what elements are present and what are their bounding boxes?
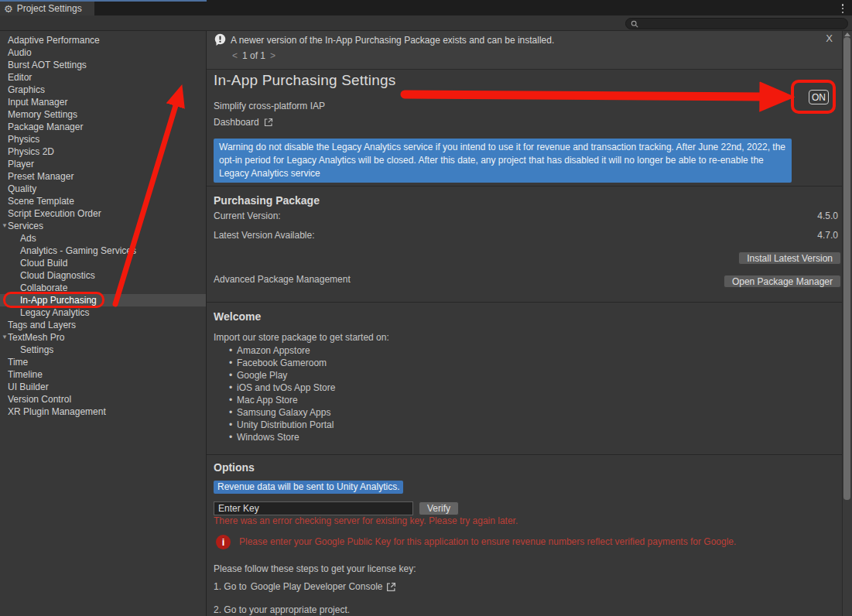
sidebar-item-editor[interactable]: ▼ Editor [0, 71, 206, 84]
advanced-package-management-label: Advanced Package Management [214, 274, 351, 285]
latest-version-label: Latest Version Available: [214, 230, 315, 241]
sidebar-item-player[interactable]: ▼ Player [0, 158, 206, 170]
search-box[interactable] [625, 18, 848, 29]
banner-message: A newer version of the In-App Purchasing… [231, 35, 554, 46]
sidebar-item-quality[interactable]: ▼ Quality [0, 183, 206, 195]
open-package-manager-button[interactable]: Open Package Manager [724, 275, 841, 288]
store-list-item: •iOS and tvOs App Store [229, 382, 335, 394]
install-latest-version-button[interactable]: Install Latest Version [738, 252, 841, 265]
store-list-item: •Google Play [229, 369, 335, 382]
store-list-item: •Windows Store [229, 431, 335, 443]
dashboard-link[interactable]: Dashboard [214, 117, 273, 128]
sidebar-item-input-manager[interactable]: ▼ Input Manager [0, 96, 206, 108]
dashboard-label: Dashboard [214, 117, 259, 128]
google-key-warning: Please enter your Google Public Key for … [239, 536, 736, 547]
annotation-arrow-on [405, 94, 765, 97]
window-title: Project Settings [17, 3, 82, 14]
sidebar-item-scene-template[interactable]: ▼ Scene Template [0, 195, 206, 207]
store-list-item: •Amazon Appstore [229, 344, 335, 357]
toolbar [0, 15, 852, 31]
store-list-item: •Unity Distribution Portal [229, 419, 335, 431]
info-icon: i [216, 535, 231, 549]
sidebar-item-cloud-build[interactable]: ▼ Cloud Build [0, 257, 206, 269]
sidebar-item-legacy-analytics[interactable]: ▼ Legacy Analytics [0, 306, 206, 319]
sidebar-item-version-control[interactable]: ▼ Version Control [0, 393, 206, 406]
sidebar-item-audio[interactable]: ▼ Audio [0, 46, 206, 59]
sidebar-item-memory-settings[interactable]: ▼ Memory Settings [0, 108, 206, 121]
step-1: 1. Go to Google Play Developer Console [214, 581, 396, 592]
current-version-value: 4.5.0 [817, 210, 838, 221]
verify-button[interactable]: Verify [419, 501, 459, 515]
notification-banner: A newer version of the In-App Purchasing… [207, 31, 842, 70]
purchasing-package-heading: Purchasing Package [214, 194, 320, 207]
foldout-icon[interactable]: ▼ [2, 331, 8, 344]
sidebar-item-physics[interactable]: ▼ Physics [0, 133, 206, 145]
store-list-item: •Samsung Galaxy Apps [229, 406, 335, 419]
welcome-intro: Import our store package to get started … [214, 332, 389, 343]
legacy-analytics-warning-box: Warning do not disable the Legacy Analyt… [214, 139, 792, 183]
sidebar-item-textmesh-pro[interactable]: ▼ TextMesh Pro [0, 331, 206, 344]
sidebar-item-timeline[interactable]: ▼ Timeline [0, 368, 206, 381]
current-version-label: Current Version: [214, 210, 281, 221]
foldout-icon[interactable]: ▼ [2, 220, 8, 232]
sidebar-item-graphics[interactable]: ▼ Graphics [0, 84, 206, 96]
sidebar-item-settings[interactable]: ▼ Settings [0, 344, 206, 356]
section-divider [207, 454, 842, 455]
pager-prev-icon[interactable]: < [232, 50, 238, 61]
latest-version-value: 4.7.0 [817, 230, 838, 241]
step-1-prefix: 1. Go to [214, 581, 247, 592]
pager-next-icon[interactable]: > [270, 50, 275, 61]
section-divider [207, 186, 842, 187]
sidebar-item-adaptive-performance[interactable]: ▼ Adaptive Performance [0, 34, 206, 46]
options-heading: Options [214, 461, 255, 474]
tab-bar: ⚙ Project Settings [0, 0, 852, 15]
section-divider [207, 302, 842, 303]
external-link-icon [264, 118, 273, 127]
settings-sidebar: ▼ Adaptive Performance ▼ Audio ▼ Burst A… [0, 31, 207, 616]
search-icon [631, 20, 638, 28]
sidebar-item-in-app-purchasing[interactable]: ▼ In-App Purchasing [0, 294, 206, 306]
iap-toggle-button[interactable]: ON [809, 90, 829, 104]
sidebar-item-time[interactable]: ▼ Time [0, 356, 206, 368]
sidebar-item-analytics-gaming-services[interactable]: ▼ Analytics - Gaming Services [0, 245, 206, 257]
console-warning-icon [214, 33, 227, 46]
scrollbar-up-icon[interactable] [844, 33, 850, 36]
gear-icon: ⚙ [4, 4, 13, 14]
welcome-heading: Welcome [214, 310, 261, 323]
step-2: 2. Go to your appropriate project. [214, 604, 350, 615]
sidebar-item-physics-2d[interactable]: ▼ Physics 2D [0, 145, 206, 158]
sidebar-item-collaborate[interactable]: ▼ Collaborate [0, 282, 206, 294]
google-play-console-link[interactable]: Google Play Developer Console [251, 581, 383, 592]
sidebar-item-ads[interactable]: ▼ Ads [0, 232, 206, 245]
server-error-text: There was an error checking server for e… [214, 515, 518, 526]
sidebar-item-cloud-diagnostics[interactable]: ▼ Cloud Diagnostics [0, 269, 206, 282]
license-key-input[interactable] [214, 501, 413, 515]
search-input[interactable] [642, 19, 843, 29]
store-list: •Amazon Appstore•Facebook Gameroom•Googl… [229, 344, 335, 443]
pager-count: 1 of 1 [242, 50, 265, 61]
steps-intro: Please follow these steps to get your li… [214, 563, 416, 574]
page-title: In-App Purchasing Settings [214, 72, 395, 89]
page-subtitle: Simplify cross-platform IAP [214, 101, 325, 111]
tab-project-settings[interactable]: ⚙ Project Settings [0, 2, 94, 15]
sidebar-item-package-manager[interactable]: ▼ Package Manager [0, 121, 206, 133]
analytics-note: Revenue data will be sent to Unity Analy… [214, 481, 403, 494]
external-link-icon [386, 582, 396, 592]
sidebar-item-services[interactable]: ▼ Services [0, 220, 206, 232]
sidebar-item-script-execution-order[interactable]: ▼ Script Execution Order [0, 207, 206, 220]
sidebar-item-xr-plugin-management[interactable]: ▼ XR Plugin Management [0, 406, 206, 418]
sidebar-item-preset-manager[interactable]: ▼ Preset Manager [0, 170, 206, 183]
project-settings-window: ⚙ Project Settings ▼ Adaptive Performanc… [0, 0, 852, 616]
kebab-menu-icon[interactable] [838, 3, 847, 14]
sidebar-item-ui-builder[interactable]: ▼ UI Builder [0, 381, 206, 393]
store-list-item: •Mac App Store [229, 394, 335, 406]
store-list-item: •Facebook Gameroom [229, 357, 335, 369]
sidebar-item-tags-and-layers[interactable]: ▼ Tags and Layers [0, 319, 206, 331]
banner-close-button[interactable]: X [826, 33, 833, 44]
sidebar-item-burst-aot-settings[interactable]: ▼ Burst AOT Settings [0, 59, 206, 71]
scrollbar-thumb[interactable] [843, 37, 850, 500]
banner-pager: < 1 of 1 > [232, 50, 275, 61]
